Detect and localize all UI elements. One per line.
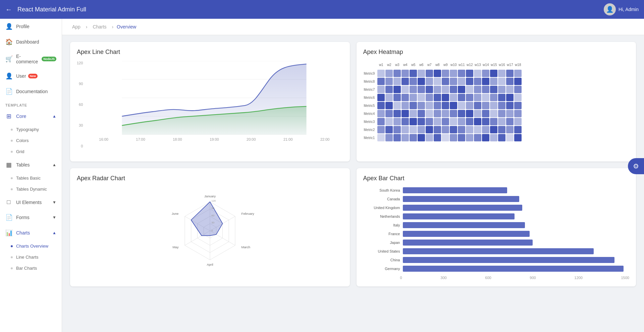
heatmap-cell <box>474 70 481 77</box>
heatmap-cell <box>385 78 393 85</box>
heatmap-cell <box>506 134 514 141</box>
sidebar-item-label: E-commerce <box>16 54 40 64</box>
heatmap-cell <box>474 126 481 133</box>
heatmap-cell <box>426 70 433 77</box>
heatmap-cell <box>410 102 417 109</box>
heatmap-cell <box>393 126 401 133</box>
main-content: App › Charts › Overview ⚙ Apex Line Char… <box>62 19 644 332</box>
heatmap-cell <box>466 70 473 77</box>
heatmap-card: Apex Heatmap w1w2w3w4w5w6w7w8w9w10w11w12… <box>357 42 636 161</box>
sidebar-item-user[interactable]: 👤 User New <box>0 68 62 84</box>
line-chart-card: Apex Line Chart 120 90 60 30 0 <box>70 42 350 161</box>
bar-fill <box>403 248 594 254</box>
heatmap-cell <box>377 134 385 141</box>
heatmap-cell <box>474 102 481 109</box>
bar-row: Germany <box>366 266 627 272</box>
sidebar-item-profile[interactable]: 👤 Profile <box>0 19 62 34</box>
heatmap-cell <box>393 110 401 117</box>
group-label: Forms <box>16 215 30 220</box>
heatmap-cell <box>498 78 505 85</box>
sidebar-sub-typography[interactable]: Typography <box>0 124 62 135</box>
user-icon: 👤 <box>5 72 12 80</box>
settings-fab[interactable]: ⚙ <box>628 158 644 174</box>
bar-fill <box>403 240 533 246</box>
heatmap-cell <box>498 110 505 117</box>
sidebar-sub-tables-dynamic[interactable]: Tables Dynamic <box>0 184 62 195</box>
heatmap-cell <box>401 134 409 141</box>
sidebar-group-ui-elements[interactable]: □ UI Elements ▼ <box>0 195 62 210</box>
sidebar-item-dashboard[interactable]: 🏠 Dashboard <box>0 34 62 50</box>
bar-fill <box>403 213 515 219</box>
bar-fill <box>403 222 525 228</box>
heatmap-cell <box>377 102 385 109</box>
heatmap-cell <box>385 118 393 125</box>
sidebar-sub-bar-charts[interactable]: Bar Charts <box>0 263 62 274</box>
heatmap-cell <box>401 102 409 109</box>
heatmap-cell <box>385 94 393 101</box>
sidebar-sub-line-charts[interactable]: Line Charts <box>0 252 62 263</box>
heatmap-title: Apex Heatmap <box>363 49 630 56</box>
heatmap-cell <box>498 118 505 125</box>
heatmap-cell <box>482 70 489 77</box>
bar-row: United Kingdom <box>366 205 627 211</box>
bar-label: United Kingdom <box>366 206 403 210</box>
bar-row: China <box>366 257 627 263</box>
heatmap-cell <box>450 102 457 109</box>
bar-fill <box>403 231 530 237</box>
user-menu[interactable]: 👤 Hi, Admin <box>604 3 639 15</box>
heatmap-cell <box>442 118 449 125</box>
heatmap-cell <box>418 102 425 109</box>
sidebar-sub-charts-overview[interactable]: Charts Overview <box>0 241 62 252</box>
group-label: Tables <box>16 162 30 168</box>
bar-label: Japan <box>366 241 403 245</box>
cart-icon: 🛒 <box>5 55 12 63</box>
sidebar-item-documentation[interactable]: 📄 Documentation <box>0 84 62 99</box>
sidebar-item-ecommerce[interactable]: 🛒 E-commerce NodeJS <box>0 50 62 68</box>
layout: 👤 Profile 🏠 Dashboard 🛒 E-commerce NodeJ… <box>0 19 644 332</box>
heatmap-cell <box>426 102 433 109</box>
heatmap-cell <box>418 118 425 125</box>
profile-icon: 👤 <box>5 23 12 30</box>
heatmap-cell <box>410 110 417 117</box>
svg-text:June: June <box>172 212 179 215</box>
bar-row: United States <box>366 248 627 254</box>
heatmap-cell <box>514 110 522 117</box>
sidebar-group-tables[interactable]: ▦ Tables ▲ <box>0 157 62 173</box>
heatmap-cell <box>401 70 409 77</box>
breadcrumb-overview[interactable]: Overview <box>117 24 136 29</box>
heatmap-cell <box>426 94 433 101</box>
bar-track <box>403 231 627 237</box>
bar-fill <box>403 196 519 202</box>
heatmap-cell <box>498 70 505 77</box>
heatmap-cell <box>514 94 522 101</box>
heatmap-cell <box>458 134 465 141</box>
heatmap-cell <box>401 86 409 93</box>
sidebar-sub-grid[interactable]: Grid <box>0 146 62 157</box>
heatmap-cell <box>458 78 465 85</box>
heatmap-cell <box>458 126 465 133</box>
svg-text:0: 0 <box>211 229 213 232</box>
svg-marker-15 <box>191 202 223 236</box>
heatmap-cell <box>442 78 449 85</box>
charts-icon: 📊 <box>5 229 12 237</box>
bar-track <box>403 266 627 272</box>
sidebar-group-core[interactable]: ⊞ Core ▲ <box>0 109 62 124</box>
back-button[interactable]: ← <box>5 6 12 13</box>
heatmap-cell <box>482 110 489 117</box>
heatmap-cell <box>377 126 385 133</box>
sidebar-sub-colors[interactable]: Colors <box>0 135 62 146</box>
sidebar-group-charts[interactable]: 📊 Charts ▲ <box>0 225 62 241</box>
heatmap-cell <box>466 94 473 101</box>
sidebar-sub-tables-basic[interactable]: Tables Basic <box>0 173 62 184</box>
heatmap-cell <box>393 70 401 77</box>
sidebar-group-forms[interactable]: 📄 Forms ▼ <box>0 210 62 225</box>
heatmap-cell <box>450 86 457 93</box>
bar-label: China <box>366 258 403 262</box>
dot-icon <box>11 129 13 131</box>
bar-row: South Korea <box>366 187 627 193</box>
heatmap-cell <box>426 118 433 125</box>
heatmap-cell <box>514 86 522 93</box>
heatmap-cell <box>490 110 497 117</box>
bar-track <box>403 222 627 228</box>
chevron-up-icon: ▲ <box>52 230 56 235</box>
